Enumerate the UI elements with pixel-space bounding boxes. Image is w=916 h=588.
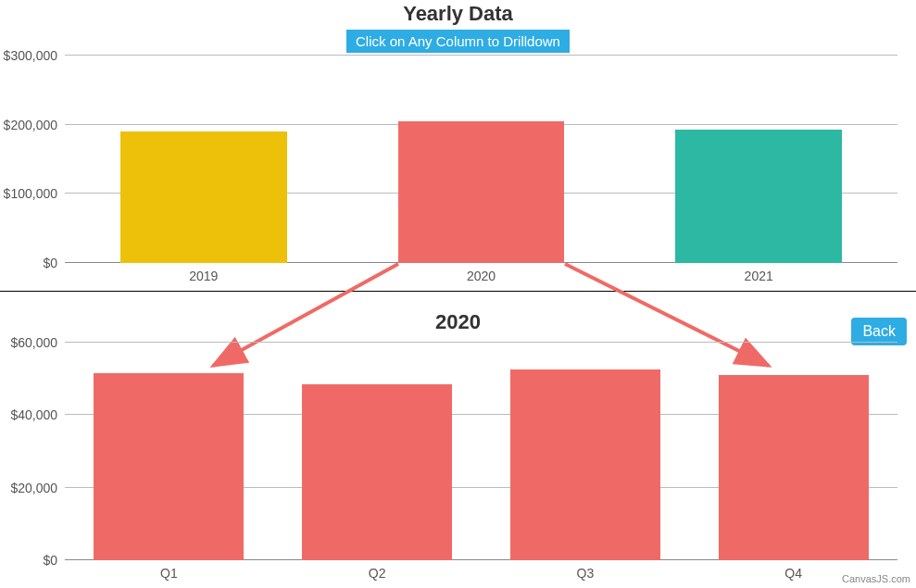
ytick: $200,000 [4, 118, 65, 132]
bar-q4[interactable] [719, 375, 869, 560]
plot-area-bottom: $0 $20,000 $40,000 $60,000 Q1 Q2 Q3 Q4 [65, 343, 897, 560]
plot-area-top: $0 $100,000 $200,000 $300,000 2019 2020 … [65, 56, 897, 263]
xtick: Q3 [482, 560, 690, 581]
bar-2020[interactable] [398, 121, 565, 263]
yearly-chart-panel: Yearly Data Click on Any Column to Drill… [0, 0, 916, 292]
bar-q2[interactable] [302, 384, 452, 560]
credit-label: CanvasJS.com [842, 573, 910, 584]
bar-2019[interactable] [120, 131, 287, 263]
xtick: Q1 [65, 560, 273, 581]
bar-slot: 2021 [620, 56, 897, 263]
ytick: $20,000 [10, 481, 65, 495]
bar-slot: Q2 [273, 343, 482, 560]
bar-q3[interactable] [510, 369, 660, 560]
chart-title-bottom: 2020 [0, 292, 916, 334]
bar-slot: 2019 [65, 56, 343, 263]
bars-container-bottom: Q1 Q2 Q3 Q4 [65, 343, 897, 560]
bar-2021[interactable] [675, 130, 842, 263]
quarterly-chart-panel: 2020 Back $0 $20,000 $40,000 $60,000 Q1 … [0, 292, 916, 588]
bar-q1[interactable] [94, 373, 244, 560]
bar-slot: Q4 [689, 343, 897, 560]
ytick: $300,000 [4, 48, 65, 63]
ytick: $40,000 [10, 407, 65, 422]
xtick: 2019 [65, 263, 343, 283]
bar-slot: 2020 [343, 56, 621, 263]
ytick: $0 [43, 553, 65, 568]
chart-title-top: Yearly Data [0, 0, 916, 26]
ytick: $60,000 [10, 335, 65, 350]
ytick: $100,000 [4, 186, 65, 201]
xtick: 2021 [620, 263, 897, 283]
bar-slot: Q1 [65, 343, 273, 560]
xtick: 2020 [343, 263, 621, 283]
bars-container-top: 2019 2020 2021 [65, 56, 897, 263]
drilldown-hint-button[interactable]: Click on Any Column to Drilldown [346, 30, 570, 53]
xtick: Q2 [273, 560, 482, 581]
bar-slot: Q3 [482, 343, 690, 560]
ytick: $0 [43, 256, 65, 270]
